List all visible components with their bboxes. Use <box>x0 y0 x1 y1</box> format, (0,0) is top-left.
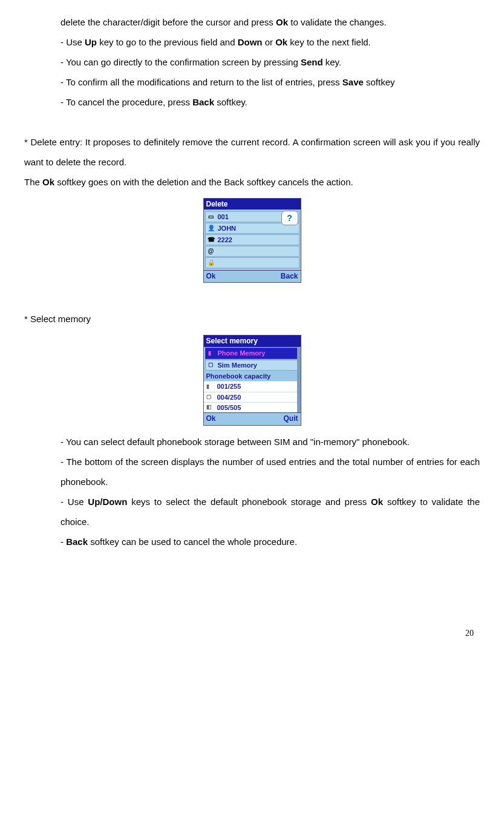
capacity-value: 004/250 <box>217 393 241 401</box>
text: - You can go directly to the confirmatio… <box>61 57 301 67</box>
phone-icon: ▮ <box>208 350 215 357</box>
delete-screen: Delete ? ▭ 001 👤 JOHN ☎ 2222 @ 🔒 Ok Back <box>203 198 301 283</box>
text: * Delete entry: It proposes to definitel… <box>24 137 480 167</box>
text: - <box>61 537 66 547</box>
phone-icon: ☎ <box>207 236 215 244</box>
softkey-bar: Ok Back <box>204 270 301 282</box>
delete-ok-paragraph: The Ok softkey goes on with the deletion… <box>24 172 480 192</box>
text: to validate the changes. <box>288 17 387 27</box>
key-back: Back <box>192 97 214 107</box>
bullet-line: - You can go directly to the confirmatio… <box>61 52 480 72</box>
bullet-line: - To confirm all the modifications and r… <box>61 72 480 92</box>
key-ok: Ok <box>276 17 288 27</box>
text: The <box>24 177 42 187</box>
key-ok: Ok <box>275 37 287 47</box>
bullet-line: - Use Up key to go to the previous field… <box>61 32 480 52</box>
entry-row: 🔒 <box>205 257 299 268</box>
person-icon: 👤 <box>207 224 215 233</box>
capacity-row: ◧ 005/505 <box>204 402 301 412</box>
text: - Use <box>61 497 88 507</box>
key-down: Down <box>238 37 263 47</box>
key-ok: Ok <box>42 177 54 187</box>
bullet-line: - To cancel the procedure, press Back so… <box>61 92 480 112</box>
select-memory-body: ▮ Phone Memory ▢ Sim Memory Phonebook ca… <box>204 348 301 412</box>
key-back: Back <box>66 537 88 547</box>
key-send: Send <box>301 57 323 67</box>
text: key to go to the previous field and <box>97 37 238 47</box>
softkey-ok[interactable]: Ok <box>206 272 216 280</box>
question-bubble-icon: ? <box>281 211 298 225</box>
select-memory-titlebar: Select memory <box>204 335 301 348</box>
scrollbar[interactable] <box>297 348 301 412</box>
key-updown: Up/Down <box>88 497 127 507</box>
key-ok: Ok <box>371 497 383 507</box>
text: - To cancel the procedure, press <box>61 97 192 107</box>
softkey-ok[interactable]: Ok <box>206 414 216 424</box>
text: key. <box>323 57 342 67</box>
entry-row: ☎ 2222 <box>205 234 299 245</box>
key-save: Save <box>342 77 364 87</box>
text: - Use <box>61 37 85 47</box>
capacity-row: ▢ 004/250 <box>204 392 301 402</box>
key-up: Up <box>85 37 97 47</box>
entry-id: 001 <box>218 213 229 221</box>
entry-number: 2222 <box>218 236 232 244</box>
at-icon: @ <box>207 247 215 256</box>
lock-icon: 🔒 <box>207 259 215 267</box>
card-icon: ▭ <box>207 213 215 221</box>
option-label: Sim Memory <box>218 361 257 369</box>
capacity-value: 001/255 <box>217 382 241 391</box>
text: key to the next field. <box>287 37 371 47</box>
entry-row: @ <box>205 246 299 257</box>
softkey-bar: Ok Quit <box>204 412 301 425</box>
select-memory-heading: * Select memory <box>24 309 480 329</box>
softkey-back[interactable]: Back <box>281 272 298 280</box>
bullet-line: - Use Up/Down keys to select the default… <box>61 492 480 532</box>
text: - To confirm all the modifications and r… <box>61 77 342 87</box>
paragraph-continuation: delete the character/digit before the cu… <box>61 12 480 32</box>
bullet-line: - You can select default phonebook stora… <box>61 432 480 452</box>
bullet-line: - Back softkey can be used to cancel the… <box>61 532 480 552</box>
capacity-label: Phonebook capacity <box>204 371 301 381</box>
text: softkey <box>364 77 395 87</box>
text: softkey. <box>214 97 247 107</box>
total-icon: ◧ <box>206 404 214 411</box>
phone-icon: ▮ <box>206 383 214 391</box>
text: keys to select the default phonebook sto… <box>127 497 371 507</box>
softkey-quit[interactable]: Quit <box>284 414 298 424</box>
capacity-value: 005/505 <box>217 403 241 412</box>
option-phone-memory[interactable]: ▮ Phone Memory <box>205 348 299 358</box>
capacity-row: ▮ 001/255 <box>204 381 301 391</box>
option-label: Phone Memory <box>218 349 266 357</box>
page-number: 20 <box>24 624 480 643</box>
delete-body: ? ▭ 001 👤 JOHN ☎ 2222 @ 🔒 <box>204 210 301 270</box>
text: delete the character/digit before the cu… <box>61 17 276 27</box>
text: softkey goes on with the deletion and th… <box>54 177 353 187</box>
entry-name: JOHN <box>218 225 237 233</box>
sim-icon: ▢ <box>206 394 214 401</box>
bullet-line: - The bottom of the screen displays the … <box>61 452 480 492</box>
text: or <box>263 37 276 47</box>
option-sim-memory[interactable]: ▢ Sim Memory <box>205 360 299 371</box>
delete-entry-paragraph: * Delete entry: It proposes to definitel… <box>24 132 480 172</box>
sim-icon: ▢ <box>208 362 215 369</box>
select-memory-screen: Select memory ▮ Phone Memory ▢ Sim Memor… <box>203 335 301 426</box>
delete-titlebar: Delete <box>204 199 301 210</box>
text: softkey can be used to cancel the whole … <box>88 537 297 547</box>
